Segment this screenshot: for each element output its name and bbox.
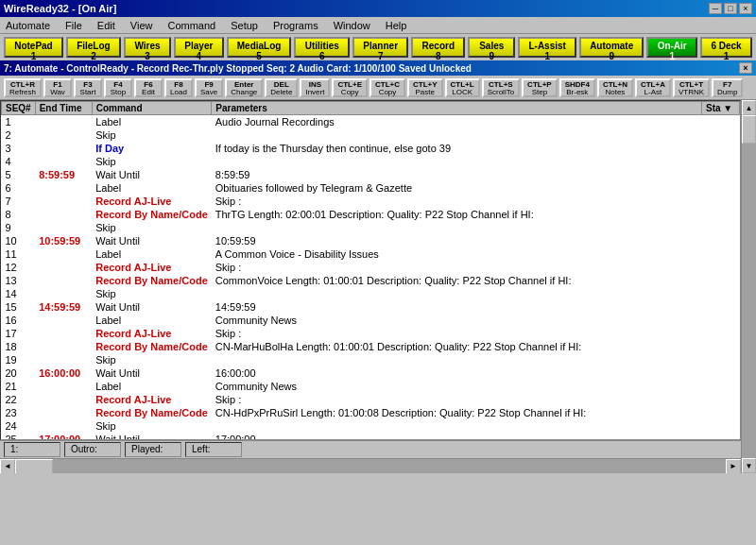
toolbar-btn-l-assist-1[interactable]: L-Assist 1 bbox=[518, 37, 576, 58]
seq-cell: 25 bbox=[2, 433, 36, 441]
toolbar-btn-utilities-6[interactable]: Utilities 6 bbox=[294, 37, 350, 58]
table-row[interactable]: 2016:00:00Wait Until16:00:00 bbox=[2, 366, 740, 380]
table-row[interactable]: 7Record AJ-LiveSkip : bbox=[2, 195, 740, 208]
table-row[interactable]: 2517:00:00Wait Until17:00:00 bbox=[2, 433, 740, 441]
sub-btn-ctl-e[interactable]: CTL+ECopy bbox=[332, 78, 368, 97]
table-row[interactable]: 14Skip bbox=[2, 287, 740, 300]
sub-btn-ctl-c[interactable]: CTL+CCopy bbox=[369, 78, 405, 97]
sub-btn-ctl-r[interactable]: CTL+RRefresh bbox=[4, 78, 42, 97]
scroll-track-v[interactable] bbox=[742, 115, 756, 458]
table-row[interactable]: 1LabelAudio Journal Recordings bbox=[2, 115, 740, 128]
sta-cell bbox=[702, 300, 740, 314]
table-row[interactable]: 2Skip bbox=[2, 128, 740, 142]
toolbar-btn-wires-3[interactable]: Wires 3 bbox=[124, 37, 171, 58]
toolbar-btn-filelog-2[interactable]: FileLog 2 bbox=[66, 37, 121, 58]
menu-item-file[interactable]: File bbox=[63, 20, 84, 31]
table-row[interactable]: 21LabelCommunity News bbox=[2, 380, 740, 393]
table-row[interactable]: 22Record AJ-LiveSkip : bbox=[2, 393, 740, 406]
sta-cell bbox=[702, 433, 740, 441]
menu-item-help[interactable]: Help bbox=[384, 20, 409, 31]
params-cell: Skip : bbox=[212, 261, 702, 274]
scroll-down-btn[interactable]: ▼ bbox=[742, 458, 756, 473]
menu-item-window[interactable]: Window bbox=[332, 20, 372, 31]
table-row[interactable]: 6LabelObituaries followed by Telegram & … bbox=[2, 181, 740, 195]
toolbar-btn-automate-9[interactable]: Automate 9 bbox=[579, 37, 644, 58]
sub-btn-f7[interactable]: F7Dump bbox=[712, 78, 743, 97]
params-cell: If today is the Thursday then continue, … bbox=[212, 142, 702, 155]
menu-item-programs[interactable]: Programs bbox=[271, 20, 320, 31]
sub-btn-ctl-a[interactable]: CTL+AL-Ast bbox=[635, 78, 671, 97]
sta-cell bbox=[702, 274, 740, 287]
table-row[interactable]: 58:59:59Wait Until8:59:59 bbox=[2, 168, 740, 181]
table-row[interactable]: 17Record AJ-LiveSkip : bbox=[2, 327, 740, 340]
toolbar-btn-record-8[interactable]: Record 8 bbox=[411, 37, 465, 58]
sta-cell bbox=[702, 115, 740, 128]
close-button[interactable]: × bbox=[739, 3, 752, 14]
data-table-container[interactable]: SEQ# End Time Command Parameters Sta ▼ 1… bbox=[0, 100, 741, 440]
toolbar-btn-6-deck-1[interactable]: 6 Deck 1 bbox=[700, 37, 752, 58]
table-row[interactable]: 13Record By Name/CodeCommonVoice Length:… bbox=[2, 274, 740, 287]
sub-btn-enter[interactable]: EnterChange bbox=[225, 78, 263, 97]
sub-btn-f6[interactable]: F6Edit bbox=[134, 78, 163, 97]
sub-btn-ins[interactable]: INSInvert bbox=[300, 78, 330, 97]
sub-btn-f9[interactable]: F9Save bbox=[195, 78, 223, 97]
v-scrollbar[interactable]: ▲ ▼ bbox=[741, 100, 756, 473]
cmd-cell: Skip bbox=[92, 155, 212, 168]
toolbar-btn-planner-7[interactable]: Planner 7 bbox=[352, 37, 408, 58]
table-row[interactable]: 12Record AJ-LiveSkip : bbox=[2, 261, 740, 274]
menu-item-edit[interactable]: Edit bbox=[95, 20, 117, 31]
time-cell bbox=[35, 393, 92, 406]
time-cell bbox=[35, 221, 92, 234]
table-row[interactable]: 4Skip bbox=[2, 155, 740, 168]
table-row[interactable]: 9Skip bbox=[2, 221, 740, 234]
maximize-button[interactable]: □ bbox=[724, 3, 737, 14]
table-row[interactable]: 11LabelA Common Voice - Disability Issue… bbox=[2, 247, 740, 261]
col-header-time: End Time bbox=[35, 102, 92, 115]
table-row[interactable]: 16LabelCommunity News bbox=[2, 314, 740, 327]
outro-status: Outro: bbox=[64, 442, 121, 457]
table-row[interactable]: 3If DayIf today is the Thursday then con… bbox=[2, 142, 740, 155]
sub-btn-f1[interactable]: F1Wav bbox=[43, 78, 72, 97]
sub-btn-ctl-y[interactable]: CTL+YPaste bbox=[407, 78, 443, 97]
window-close-button[interactable]: × bbox=[739, 62, 752, 74]
sub-btn-del[interactable]: DELDelete bbox=[265, 78, 298, 97]
sub-btn-f3[interactable]: F3Start bbox=[74, 78, 102, 97]
scroll-thumb-v[interactable] bbox=[742, 115, 756, 144]
scroll-track[interactable] bbox=[15, 459, 726, 474]
scroll-thumb[interactable] bbox=[15, 459, 53, 474]
sub-btn-ctl-p[interactable]: CTL+PStep bbox=[522, 78, 558, 97]
sub-btn-shdf4[interactable]: SHDF4Br-esk bbox=[559, 78, 595, 97]
minimize-button[interactable]: ─ bbox=[709, 3, 722, 14]
sub-btn-f4[interactable]: F4Stop bbox=[104, 78, 132, 97]
scroll-up-btn[interactable]: ▲ bbox=[742, 100, 756, 115]
menu-item-automate[interactable]: Automate bbox=[4, 20, 52, 31]
sub-btn-ctl-s[interactable]: CTL+SScrollTo bbox=[482, 78, 520, 97]
params-cell: Skip : bbox=[212, 393, 702, 406]
table-row[interactable]: 1514:59:59Wait Until14:59:59 bbox=[2, 300, 740, 314]
sub-btn-f8[interactable]: F8Load bbox=[164, 78, 193, 97]
toolbar-btn-notepad-1[interactable]: NotePad 1 bbox=[4, 37, 63, 58]
sta-cell bbox=[702, 380, 740, 393]
scroll-right-btn[interactable]: ► bbox=[726, 459, 741, 474]
sub-btn-ctl-l[interactable]: CTL+LLOCK bbox=[445, 78, 480, 97]
toolbar-btn-player-4[interactable]: Player 4 bbox=[174, 37, 224, 58]
table-row[interactable]: 23Record By Name/CodeCN-HdPxPrRuSirl Len… bbox=[2, 406, 740, 419]
menu-item-view[interactable]: View bbox=[129, 20, 155, 31]
toolbar-btn-medialog-5[interactable]: MediaLog 5 bbox=[227, 37, 292, 58]
table-row[interactable]: 8Record By Name/CodeThrTG Length: 02:00:… bbox=[2, 208, 740, 221]
table-row[interactable]: 1010:59:59Wait Until10:59:59 bbox=[2, 234, 740, 247]
table-row[interactable]: 19Skip bbox=[2, 353, 740, 366]
toolbar-btn-on-air-1[interactable]: On-Air 1 bbox=[646, 37, 697, 58]
menu-item-command[interactable]: Command bbox=[165, 20, 217, 31]
table-row[interactable]: 18Record By Name/CodeCN-MarHuBolHa Lengt… bbox=[2, 340, 740, 353]
sub-btn-ctl-t[interactable]: CTL+TVTRNK bbox=[673, 78, 710, 97]
table-wrapper: SEQ# End Time Command Parameters Sta ▼ 1… bbox=[0, 100, 741, 473]
h-scrollbar[interactable]: ◄ ► bbox=[0, 458, 741, 473]
toolbar-btn-sales-9[interactable]: Sales 9 bbox=[468, 37, 515, 58]
scroll-left-btn[interactable]: ◄ bbox=[0, 459, 15, 474]
sta-cell bbox=[702, 208, 740, 221]
table-row[interactable]: 24Skip bbox=[2, 419, 740, 433]
sub-btn-ctl-n[interactable]: CTL+NNotes bbox=[597, 78, 633, 97]
menu-item-setup[interactable]: Setup bbox=[229, 20, 260, 31]
sta-cell bbox=[702, 155, 740, 168]
